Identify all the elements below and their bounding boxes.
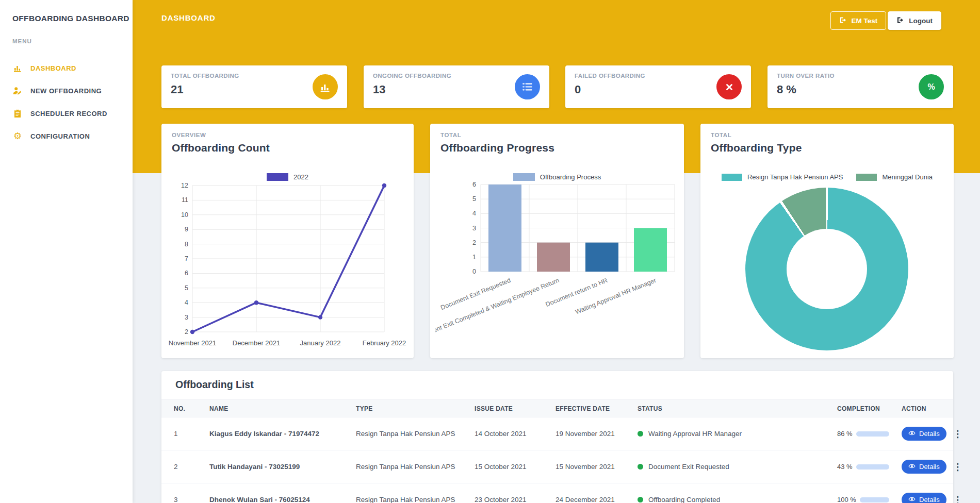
svg-text:10: 10 [181, 211, 188, 219]
table-header-row: NO. NAME TYPE ISSUE DATE EFFECTIVE DATE … [161, 400, 953, 417]
legend-item[interactable]: Resign Tanpa Hak Pensiun APS [722, 173, 843, 181]
bar-chart-icon [313, 74, 338, 99]
sidebar: OFFBOARDING DASHBOARD MENU DASHBOARD NEW… [0, 0, 133, 503]
status-dot [638, 497, 643, 502]
svg-text:8: 8 [185, 241, 188, 248]
eye-icon [908, 430, 916, 438]
bar-chart-icon [12, 64, 23, 72]
legend-item[interactable]: Meninggal Dunia [856, 173, 933, 181]
stat-value: 21 [171, 83, 183, 96]
sidebar-item-configuration[interactable]: ⚙ CONFIGURATION [0, 125, 133, 147]
svg-text:February 2022: February 2022 [363, 339, 406, 347]
col-issue-date: ISSUE DATE [462, 400, 543, 417]
legend-label: 2022 [293, 173, 308, 181]
svg-text:1: 1 [472, 254, 476, 261]
donut-hole [787, 229, 867, 309]
svg-text:6: 6 [472, 181, 476, 188]
svg-text:3: 3 [472, 225, 476, 232]
offboarding-count-card: OVERVIEW Offboarding Count 2022 23456789… [161, 124, 414, 358]
card-title: Offboarding Count [172, 142, 270, 154]
col-effective-date: EFFECTIVE DATE [543, 400, 625, 417]
line-chart-legend[interactable]: 2022 [161, 173, 414, 181]
kebab-menu-icon[interactable]: ⋮ [953, 462, 962, 472]
kebab-menu-icon[interactable]: ⋮ [953, 495, 962, 503]
cell-type: Resign Tanpa Hak Pensiun APS [344, 450, 462, 483]
status-dot [638, 464, 643, 470]
card-title: Offboarding Type [711, 142, 802, 154]
cell-issue-date: 15 October 2021 [462, 450, 543, 483]
sidebar-item-scheduler-record[interactable]: SCHEDULER RECORD [0, 102, 133, 125]
stat-label: TURN OVER RATIO [777, 73, 835, 79]
svg-text:January 2022: January 2022 [300, 339, 341, 347]
cell-name: Dhenok Wulan Sari - 76025124 [197, 483, 344, 503]
details-button[interactable]: Details [902, 493, 946, 503]
bar-chart-legend[interactable]: Offboarding Process [430, 173, 684, 181]
offboarding-count-line-chart: 23456789101112November 2021December 2021… [167, 181, 409, 351]
status-text: Document Exit Requested [648, 463, 729, 471]
sidebar-item-label: DASHBOARD [30, 64, 76, 72]
progress-bar [856, 464, 889, 470]
details-button[interactable]: Details [902, 427, 946, 441]
svg-text:Waiting Approval HR Manager: Waiting Approval HR Manager [574, 277, 657, 316]
sidebar-item-new-offboarding[interactable]: NEW OFFBOARDING [0, 79, 133, 102]
donut-chart-legend: Resign Tanpa Hak Pensiun APSMeninggal Du… [700, 173, 954, 181]
kebab-menu-icon[interactable]: ⋮ [953, 429, 962, 439]
eye-icon [908, 496, 916, 503]
clipboard-icon [12, 109, 23, 118]
stat-value: 13 [373, 83, 385, 96]
table-row: 2 Tutik Handayani - 73025199 Resign Tanp… [161, 450, 953, 483]
cell-effective-date: 19 November 2021 [543, 417, 625, 450]
details-label: Details [919, 430, 940, 438]
card-title: Offboarding Progress [440, 142, 554, 154]
sidebar-item-label: NEW OFFBOARDING [30, 87, 102, 95]
offboarding-list-title: Offboarding List [175, 379, 254, 391]
stat-card-total-offboarding: TOTAL OFFBOARDING 21 [161, 65, 347, 108]
cell-no: 3 [161, 483, 197, 503]
cell-name: Tutik Handayani - 73025199 [197, 450, 344, 483]
completion-percent: 100 % [837, 496, 856, 503]
main-content: DASHBOARD EM Test Logout TOTAL OFFBOARDI… [133, 0, 980, 503]
stat-card-turn-over-ratio: TURN OVER RATIO 8 % % [767, 65, 953, 108]
details-button[interactable]: Details [902, 460, 946, 474]
svg-text:0: 0 [472, 268, 476, 275]
user-edit-icon [12, 87, 23, 95]
svg-text:November 2021: November 2021 [169, 339, 217, 347]
logout-button[interactable]: Logout [888, 11, 941, 30]
svg-text:5: 5 [185, 284, 188, 292]
em-test-button[interactable]: EM Test [830, 11, 887, 30]
stat-value: 0 [575, 83, 581, 96]
table-row: 3 Dhenok Wulan Sari - 76025124 Resign Ta… [161, 483, 953, 503]
cell-issue-date: 14 October 2021 [462, 417, 543, 450]
progress-bar [856, 431, 889, 437]
menu-section-label: MENU [12, 38, 133, 44]
svg-text:7: 7 [185, 255, 188, 262]
stat-label: TOTAL OFFBOARDING [171, 73, 239, 79]
col-type: TYPE [344, 400, 462, 417]
x-icon [716, 74, 742, 99]
legend-swatch [513, 173, 535, 181]
progress-bar [860, 497, 889, 502]
stat-card-ongoing-offboarding: ONGOING OFFBOARDING 13 [364, 65, 549, 108]
completion-percent: 86 % [837, 430, 853, 438]
col-action: ACTION [889, 400, 953, 417]
legend-swatch [856, 174, 877, 181]
svg-text:12: 12 [181, 182, 188, 189]
svg-text:4: 4 [472, 210, 476, 217]
col-name: NAME [197, 400, 344, 417]
offboarding-progress-card: TOTAL Offboarding Progress Offboarding P… [430, 124, 684, 358]
svg-text:9: 9 [185, 226, 188, 233]
cell-no: 1 [161, 417, 197, 450]
cell-issue-date: 23 October 2021 [462, 483, 543, 503]
status-text: Waiting Approval HR Manager [648, 430, 742, 438]
legend-label: Offboarding Process [540, 173, 601, 181]
card-eyebrow: TOTAL [711, 132, 731, 138]
sidebar-item-dashboard[interactable]: DASHBOARD [0, 57, 133, 79]
details-label: Details [919, 463, 940, 471]
svg-text:2: 2 [472, 239, 476, 246]
eye-icon [908, 463, 916, 471]
sidebar-item-label: SCHEDULER RECORD [30, 110, 107, 118]
em-test-label: EM Test [852, 17, 878, 25]
cell-effective-date: 15 November 2021 [543, 450, 625, 483]
logout-icon [896, 16, 904, 25]
legend-swatch [722, 174, 742, 181]
